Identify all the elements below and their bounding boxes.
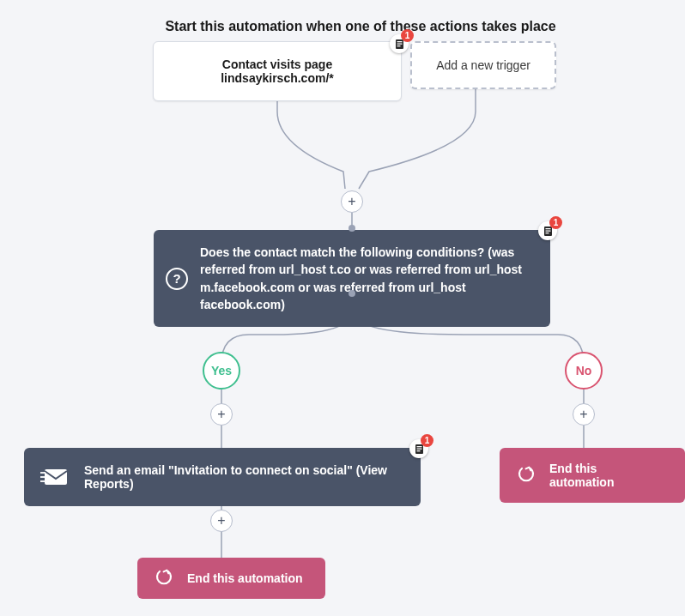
trigger-note-count: 1 — [401, 29, 414, 42]
email-action-block[interactable]: Send an email "Invitation to connect on … — [24, 448, 421, 506]
email-note-count: 1 — [421, 434, 433, 447]
svg-rect-21 — [416, 446, 421, 447]
email-name: "Invitation to connect on social" — [168, 463, 353, 477]
add-step-button-no[interactable]: + — [573, 403, 595, 426]
svg-rect-10 — [397, 43, 402, 44]
email-icon — [39, 468, 69, 486]
end-label: End this automation — [187, 571, 303, 585]
connector-dot — [349, 290, 355, 297]
add-step-button-yes-2[interactable]: + — [210, 510, 233, 532]
trigger-note-badge[interactable]: 1 — [390, 34, 409, 53]
automation-title: Start this automation when one of these … — [146, 19, 575, 34]
svg-rect-23 — [416, 450, 420, 451]
connector-dot — [349, 225, 355, 232]
condition-note-count: 1 — [549, 216, 562, 229]
condition-note-badge[interactable]: 1 — [538, 221, 557, 240]
condition-block[interactable]: ? Does the contact match the following c… — [154, 230, 550, 327]
question-icon: ? — [166, 268, 188, 290]
svg-rect-11 — [397, 45, 400, 46]
email-prefix: Send an email — [84, 463, 168, 477]
add-trigger-block[interactable]: Add a new trigger — [410, 41, 556, 89]
svg-rect-16 — [45, 469, 67, 485]
no-pill: No — [565, 352, 603, 390]
condition-prefix: Does the contact match the following con… — [200, 245, 484, 259]
add-step-button-1[interactable]: + — [341, 190, 363, 213]
svg-rect-9 — [397, 41, 402, 42]
end-label: End this automation — [549, 462, 614, 489]
yes-pill: Yes — [203, 352, 240, 390]
svg-rect-14 — [545, 230, 550, 231]
svg-rect-13 — [545, 228, 550, 229]
trigger-label: Contact visits page lindsaykirsch.com/* — [221, 57, 334, 85]
end-block-no[interactable]: End this automation — [500, 448, 685, 503]
add-step-button-yes-1[interactable]: + — [210, 403, 233, 426]
email-note-badge[interactable]: 1 — [409, 439, 428, 458]
end-icon — [155, 569, 173, 588]
end-icon — [517, 466, 536, 485]
svg-rect-15 — [545, 233, 549, 233]
add-trigger-label: Add a new trigger — [436, 58, 530, 72]
end-block-yes[interactable]: End this automation — [137, 558, 325, 599]
svg-rect-22 — [416, 448, 421, 449]
trigger-block[interactable]: Contact visits page lindsaykirsch.com/* — [153, 41, 402, 101]
